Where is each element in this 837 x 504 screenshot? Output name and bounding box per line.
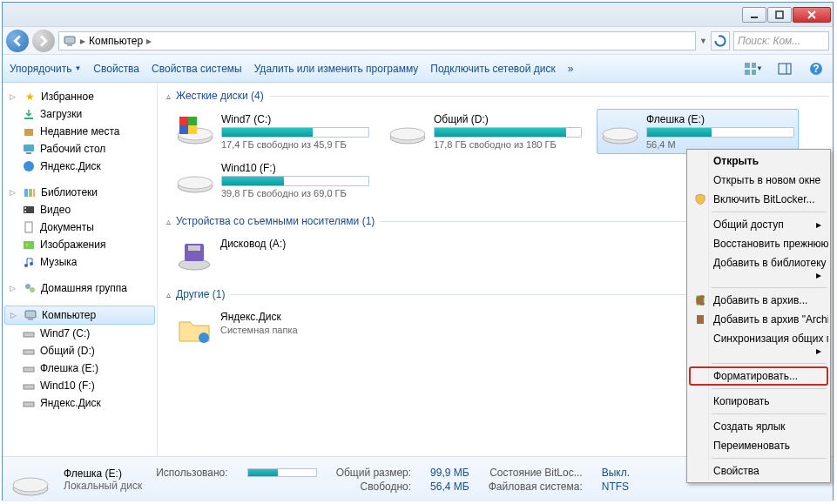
svg-rect-32 — [24, 333, 34, 337]
minimize-button[interactable] — [742, 7, 766, 23]
desktop-icon — [22, 142, 36, 156]
close-button[interactable] — [793, 7, 831, 23]
homegroup-icon — [23, 281, 37, 295]
libraries-icon — [23, 185, 37, 199]
svg-rect-41 — [179, 125, 188, 134]
ctx-add-archive-named[interactable]: Добавить в архив "Archiv — [689, 310, 828, 329]
drive-icon — [11, 462, 50, 497]
drive-item[interactable]: Wind7 (C:)17,4 ГБ свободно из 45,9 ГБ — [172, 109, 374, 154]
ctx-open-new-window[interactable]: Открыть в новом окне — [689, 171, 828, 190]
svg-rect-39 — [179, 117, 188, 125]
view-menu[interactable]: ▼ — [744, 59, 763, 78]
archive-icon — [692, 292, 708, 308]
music-icon — [22, 255, 36, 269]
sidebar-item-drive-c[interactable]: Wind7 (C:) — [4, 325, 155, 342]
sidebar-item-recent[interactable]: Недавние места — [4, 123, 155, 140]
ctx-sync[interactable]: Синхронизация общих п▸ — [689, 329, 828, 360]
ctx-format[interactable]: Форматировать... — [689, 366, 828, 386]
svg-rect-58 — [697, 315, 704, 324]
drive-item[interactable]: Флешка (E:)56,4 М — [597, 109, 799, 154]
svg-rect-8 — [779, 64, 791, 74]
svg-rect-17 — [24, 189, 28, 197]
ctx-add-library[interactable]: Добавить в библиотеку▸ — [689, 253, 828, 285]
svg-rect-4 — [745, 63, 750, 68]
toolbar: Упорядочить▼ Свойства Свойства системы У… — [3, 55, 833, 83]
sidebar-item-drive-d[interactable]: Общий (D:) — [4, 342, 155, 360]
chevron-right-icon: ▸ — [80, 35, 85, 47]
status-free-label: Свободно: — [336, 480, 411, 493]
toolbar-overflow[interactable]: » — [568, 63, 574, 75]
explorer-window: ▸ Компьютер ▸ ▼ Поиск: Ком... Упорядочит… — [2, 2, 834, 501]
sidebar-item-videos[interactable]: Видео — [4, 201, 155, 218]
svg-rect-2 — [64, 37, 75, 44]
ctx-bitlocker[interactable]: Включить BitLocker... — [689, 190, 828, 209]
back-button[interactable] — [6, 30, 29, 52]
forward-button[interactable] — [32, 30, 55, 52]
documents-icon — [22, 220, 36, 234]
svg-rect-30 — [25, 311, 36, 318]
svg-point-44 — [390, 128, 425, 140]
downloads-icon — [22, 107, 36, 121]
ctx-add-archive[interactable]: Добавить в архив... — [689, 291, 828, 310]
svg-rect-12 — [24, 118, 33, 119]
sidebar-item-yandex-drive[interactable]: Яндекс.Диск — [4, 394, 155, 412]
system-properties-button[interactable]: Свойства системы — [152, 63, 242, 75]
capacity-bar — [646, 127, 794, 138]
drive-label: Дисковод (A:) — [220, 238, 286, 250]
status-bitlocker-value: Выкл. — [602, 467, 630, 479]
sidebar-item-drive-e[interactable]: Флешка (E:) — [4, 360, 155, 377]
svg-rect-35 — [24, 385, 34, 389]
ctx-create-shortcut[interactable]: Создать ярлык — [689, 417, 828, 436]
map-drive-button[interactable]: Подключить сетевой диск — [430, 63, 555, 75]
address-bar[interactable]: ▸ Компьютер ▸ — [58, 31, 696, 50]
sidebar-homegroup[interactable]: ▷Домашняя группа — [4, 279, 155, 297]
ctx-properties[interactable]: Свойства — [689, 461, 828, 480]
refresh-button[interactable] — [711, 31, 730, 50]
address-dropdown[interactable]: ▼ — [699, 37, 707, 45]
sidebar-item-downloads[interactable]: Загрузки — [4, 105, 155, 123]
properties-button[interactable]: Свойства — [93, 63, 139, 75]
svg-point-16 — [24, 161, 34, 171]
sidebar-favorites[interactable]: ▷★Избранное — [4, 88, 155, 105]
sidebar-item-documents[interactable]: Документы — [4, 218, 155, 236]
floppy-icon — [175, 238, 213, 272]
svg-point-21 — [24, 207, 26, 209]
chevron-right-icon: ▸ — [146, 35, 152, 47]
drive-floppy[interactable]: Дисковод (A:) — [172, 234, 374, 276]
preview-pane-button[interactable] — [775, 59, 794, 78]
sidebar-item-desktop[interactable]: Рабочий стол — [4, 140, 155, 158]
status-total-value: 99,9 МБ — [430, 467, 469, 479]
group-hard-drives[interactable]: ▵Жесткие диски (4) — [166, 90, 829, 102]
titlebar — [3, 3, 833, 27]
drive-icon — [22, 379, 36, 393]
svg-point-27 — [30, 262, 33, 265]
drive-item[interactable]: Общий (D:)17,8 ГБ свободно из 180 ГБ — [384, 109, 586, 154]
breadcrumb-root[interactable]: Компьютер — [89, 35, 143, 47]
ctx-restore[interactable]: Восстановить прежнюю... — [689, 234, 828, 253]
uninstall-program-button[interactable]: Удалить или изменить программу — [254, 63, 419, 75]
ctx-open[interactable]: Открыть — [689, 151, 828, 171]
search-input[interactable]: Поиск: Ком... — [733, 31, 829, 50]
ctx-rename[interactable]: Переименовать — [689, 436, 828, 455]
organize-menu[interactable]: Упорядочить▼ — [10, 63, 81, 75]
drive-icon — [22, 326, 36, 340]
sidebar: ▷★Избранное Загрузки Недавние места Рабо… — [3, 83, 158, 456]
svg-rect-40 — [188, 117, 197, 125]
sidebar-item-pictures[interactable]: Изображения — [4, 236, 155, 253]
sidebar-libraries[interactable]: ▷Библиотеки — [4, 184, 155, 201]
drive-label: Wind10 (F:) — [221, 162, 369, 174]
context-menu: Открыть Открыть в новом окне Включить Bi… — [686, 149, 831, 483]
folder-yandex-disk[interactable]: Яндекс.ДискСистемная папка — [172, 307, 374, 349]
ctx-copy[interactable]: Копировать — [689, 392, 828, 411]
drive-item[interactable]: Wind10 (F:)39,8 ГБ свободно из 69,0 ГБ — [172, 158, 374, 203]
capacity-bar — [221, 127, 369, 138]
svg-rect-1 — [776, 11, 783, 18]
sidebar-item-yandex[interactable]: Яндекс.Диск — [4, 158, 155, 175]
sidebar-item-music[interactable]: Музыка — [4, 253, 155, 271]
help-button[interactable]: ? — [807, 59, 826, 78]
sidebar-item-drive-f[interactable]: Wind10 (F:) — [4, 377, 155, 394]
hard-drive-icon — [601, 113, 639, 144]
maximize-button[interactable] — [767, 7, 792, 23]
sidebar-computer[interactable]: ▷Компьютер — [4, 306, 155, 325]
ctx-share[interactable]: Общий доступ▸ — [689, 215, 828, 234]
